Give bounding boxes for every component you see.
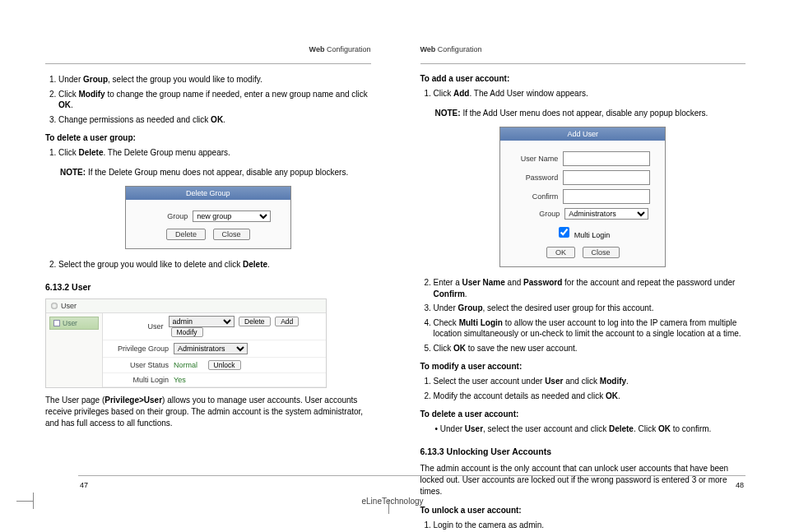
add-group-label: Group: [517, 210, 560, 218]
header-right: Web Configuration: [420, 45, 746, 55]
group-label: Group: [145, 212, 188, 220]
user-select[interactable]: admin: [169, 316, 235, 327]
footer-brand: eLineTechnology: [0, 497, 785, 506]
delete-group-title: To delete a user group:: [45, 133, 371, 142]
user-icon: [51, 303, 58, 309]
row-user-label: User: [108, 322, 169, 331]
delete-group-dialog: Delete Group Group new group Delete Clos…: [125, 186, 291, 249]
add-user-dialog: Add User User Name Password Confirm Grou…: [499, 127, 666, 267]
page-number-right: 48: [736, 481, 744, 489]
multi-login-label: Multi Login: [574, 231, 611, 239]
row-status-label: User Status: [108, 361, 174, 369]
sidebar-label: User: [61, 302, 77, 310]
left-page: Web Configuration Under Group, select th…: [45, 45, 371, 532]
confirm-label: Confirm: [515, 192, 558, 201]
intro-list: Under Group, select the group you would …: [45, 74, 371, 125]
user-tab[interactable]: User: [49, 317, 99, 330]
dialog-title: Delete Group: [126, 187, 290, 200]
right-page: Web Configuration To add a user account:…: [420, 45, 746, 532]
row-multi-label: Multi Login: [108, 376, 174, 384]
add-list2: Enter a User Name and Password for the a…: [420, 277, 746, 354]
add-group-select[interactable]: Administrators: [564, 208, 648, 220]
delete-group-list: Click Delete. The Delete Group menu appe…: [45, 147, 371, 159]
add-dialog-title: Add User: [500, 127, 665, 141]
user-description: The User page (Privilege>User) allows yo…: [45, 395, 371, 429]
unlock-heading: 6.13.3 Unlocking User Accounts: [420, 446, 746, 456]
username-label: User Name: [515, 155, 558, 163]
user-page-figure: User User User admin Delete Add Modify: [45, 298, 327, 388]
delete-group-list2: Select the group you would like to delet…: [45, 259, 371, 271]
unlock-button[interactable]: Unlock: [208, 360, 241, 370]
user-add-button[interactable]: Add: [275, 317, 299, 326]
header-rule-left: [45, 63, 371, 64]
add-list1: Click Add. The Add User window appears.: [420, 88, 746, 99]
close-button[interactable]: Close: [213, 229, 250, 240]
deleteacct-title: To delete a user account:: [420, 409, 746, 419]
status-value: Normal: [174, 361, 197, 369]
privgroup-select[interactable]: Administrators: [174, 343, 248, 354]
multi-login-checkbox[interactable]: [559, 227, 569, 238]
center-tick-icon: [388, 499, 389, 514]
delete-note: NOTE: If the Delete Group menu does not …: [60, 167, 371, 178]
username-input[interactable]: [563, 151, 650, 166]
confirm-input[interactable]: [563, 189, 650, 204]
header-left: Web Configuration: [45, 45, 371, 55]
modify-list: Select the user account under User and c…: [420, 376, 746, 401]
multi-value: Yes: [174, 376, 186, 384]
modify-title: To modify a user account:: [420, 362, 746, 371]
user-heading: 6.13.2 User: [45, 282, 371, 292]
password-input[interactable]: [563, 170, 650, 185]
deleteacct-bullet: Under User, select the user account and …: [435, 423, 746, 435]
delete-button[interactable]: Delete: [166, 229, 206, 240]
user-modify-button[interactable]: Modify: [171, 327, 203, 337]
add-note: NOTE: If the Add User menu does not appe…: [435, 108, 746, 119]
user-delete-button[interactable]: Delete: [239, 317, 271, 326]
group-select[interactable]: new group: [193, 210, 271, 222]
password-label: Password: [515, 173, 558, 182]
add-user-title: To add a user account:: [420, 74, 746, 83]
row-privgroup-label: Privilege Group: [108, 345, 174, 353]
unlock-list: Login to the camera as admin.: [420, 520, 746, 531]
unlock-title: To unlock a user account:: [420, 506, 746, 515]
unlock-para: The admin account is the only account th…: [420, 463, 746, 497]
crop-mark-icon: [16, 489, 41, 514]
page-number-left: 47: [80, 481, 88, 489]
header-rule-right: [420, 63, 746, 64]
add-close-button[interactable]: Close: [583, 247, 620, 258]
ok-button[interactable]: OK: [546, 247, 575, 258]
footer-rule: [78, 475, 746, 476]
